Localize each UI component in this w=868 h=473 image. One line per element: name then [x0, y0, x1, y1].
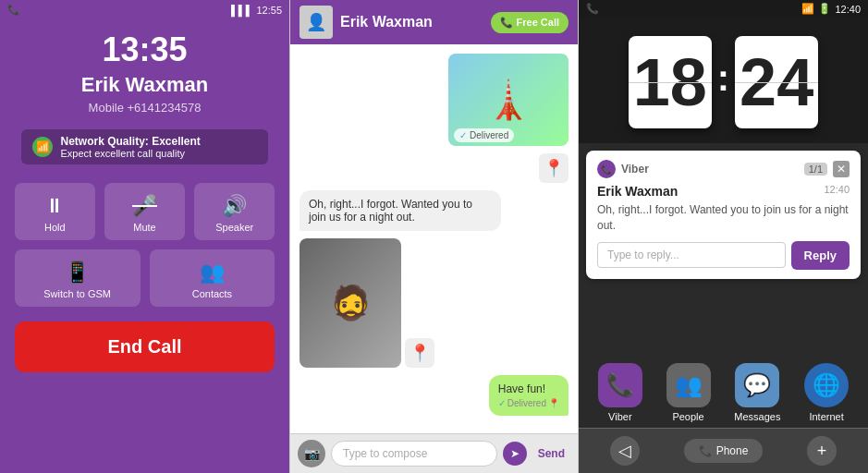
messages-app-icon: 💬 — [735, 363, 779, 407]
viber-app-icon: 📞 — [598, 363, 642, 407]
add-icon: + — [817, 442, 827, 461]
chat-contact-name: Erik Waxman — [340, 14, 483, 30]
notif-message: Oh, right...I forgot. Wanted you to join… — [597, 202, 850, 234]
call-timer: 13:35 — [102, 30, 187, 69]
msg-sent-image: 🗼 ✓ Delivered — [448, 54, 568, 146]
viber-home-icon[interactable]: 📞 Viber — [598, 363, 642, 422]
chat-header: 👤 Erik Waxman 📞 Free Call — [290, 0, 578, 44]
notif-sender-row: Erik Waxman 12:40 — [597, 184, 850, 199]
messages-home-icon[interactable]: 💬 Messages — [734, 363, 780, 422]
call-buttons-row1: ⏸ Hold 🎤 Mute 🔊 Speaker — [15, 183, 275, 240]
call-icon: 📞 — [7, 4, 20, 16]
mute-button[interactable]: 🎤 Mute — [104, 183, 185, 240]
hold-icon: ⏸ — [44, 194, 65, 218]
call-status-right: ▌▌▌ 12:55 — [231, 5, 282, 16]
chat-contact-avatar: 👤 — [300, 6, 333, 39]
network-quality-icon: 📶 — [32, 137, 53, 157]
flip-clock: 18 : 24 — [579, 18, 868, 143]
chat-messages: 🗼 ✓ Delivered 📍 Oh, right...I forgot. Wa… — [290, 44, 578, 433]
received-image-bubble: 🧔 — [300, 238, 401, 368]
call-contact-name: Erik Waxman — [81, 73, 208, 97]
internet-home-icon[interactable]: 🌐 Internet — [804, 363, 849, 422]
internet-app-icon: 🌐 — [804, 363, 849, 407]
home-screen-icons: 📞 Viber 👥 People 💬 Messages 🌐 Internet — [579, 286, 868, 428]
notif-status-bar: 📞 📶 🔋 12:40 — [579, 0, 868, 18]
viber-notification: 📞 Viber 1/1 ✕ Erik Waxman 12:40 Oh, righ… — [586, 151, 861, 279]
notif-close-button[interactable]: ✕ — [833, 161, 850, 177]
add-button[interactable]: + — [807, 436, 837, 466]
signal-icon: ▌▌▌ — [231, 5, 252, 16]
mute-icon: 🎤 — [132, 194, 157, 218]
reply-button[interactable]: Reply — [791, 241, 850, 270]
notif-time: 12:40 — [835, 4, 861, 15]
call-panel: 📞 ▌▌▌ 12:55 13:35 Erik Waxman Mobile +61… — [0, 0, 289, 473]
notif-reply-row: Type to reply... Reply — [597, 241, 850, 270]
switch-gsm-icon: 📱 — [65, 261, 90, 285]
notif-status-right: 📶 🔋 12:40 — [801, 3, 861, 15]
chat-panel: 👤 Erik Waxman 📞 Free Call 🗼 ✓ Delivered … — [289, 0, 579, 473]
camera-button[interactable]: 📷 — [298, 440, 325, 467]
msg-location-received: 📍 — [405, 338, 434, 368]
reply-input[interactable]: Type to reply... — [597, 242, 786, 268]
msg-sent-text: Have fun! ✓ Delivered 📍 — [489, 375, 568, 416]
back-icon: ◁ — [618, 441, 631, 461]
end-call-button[interactable]: End Call — [15, 321, 275, 372]
people-app-icon: 👥 — [666, 363, 711, 407]
free-call-button[interactable]: 📞 Free Call — [491, 12, 568, 33]
send-arrow-icon[interactable]: ➤ — [503, 442, 527, 466]
sent-image-bubble: 🗼 ✓ Delivered — [448, 54, 568, 146]
msg-location-sent: 📍 — [539, 153, 568, 183]
msg-received-image-row: 🧔 📍 — [300, 238, 568, 368]
call-time: 12:55 — [256, 5, 282, 16]
chat-input-bar: 📷 Type to compose ➤ Send — [290, 433, 578, 473]
msg-delivered-status: ✓ Delivered 📍 — [498, 398, 559, 408]
clock-minutes: 24 — [735, 36, 818, 128]
wifi-icon: 📶 — [801, 3, 814, 15]
notif-status-left: 📞 — [586, 3, 599, 15]
notification-panel: 📞 📶 🔋 12:40 18 : 24 📞 Viber 1/1 ✕ Erik W… — [579, 0, 868, 473]
notif-app-icon: 📞 — [597, 160, 616, 178]
clock-colon: : — [717, 57, 729, 99]
contacts-button[interactable]: 👥 Contacts — [150, 249, 275, 307]
notif-battery: 🔋 — [818, 3, 831, 15]
people-home-icon[interactable]: 👥 People — [666, 363, 711, 422]
phone-button[interactable]: 📞 Phone — [684, 439, 764, 463]
call-status-left: 📞 — [7, 4, 20, 16]
call-buttons-row2: 📱 Switch to GSM 👥 Contacts — [15, 249, 275, 307]
phone-dock-icon: 📞 — [699, 444, 713, 457]
clock-hours: 18 — [629, 36, 712, 128]
hold-button[interactable]: ⏸ Hold — [15, 183, 95, 240]
back-button[interactable]: ◁ — [610, 436, 640, 466]
switch-gsm-button[interactable]: 📱 Switch to GSM — [15, 249, 141, 307]
speaker-icon: 🔊 — [222, 194, 247, 218]
call-contact-number: Mobile +6141234578 — [89, 101, 202, 115]
bottom-dock: ◁ 📞 Phone + — [579, 428, 868, 473]
compose-input[interactable]: Type to compose — [331, 441, 497, 467]
viber-status-icon: 📞 — [586, 3, 599, 14]
network-quality-text: Network Quality: Excellent Expect excell… — [60, 135, 200, 159]
speaker-button[interactable]: 🔊 Speaker — [194, 183, 275, 240]
msg-received-text: Oh, right...I forgot. Wanted you to join… — [300, 190, 501, 231]
network-quality-badge: 📶 Network Quality: Excellent Expect exce… — [21, 129, 267, 164]
contacts-icon: 👥 — [200, 261, 225, 285]
send-button[interactable]: Send — [532, 443, 570, 464]
call-status-bar: 📞 ▌▌▌ 12:55 — [0, 0, 289, 19]
phone-icon: 📞 — [500, 17, 513, 29]
notif-header: 📞 Viber 1/1 ✕ — [597, 160, 850, 178]
